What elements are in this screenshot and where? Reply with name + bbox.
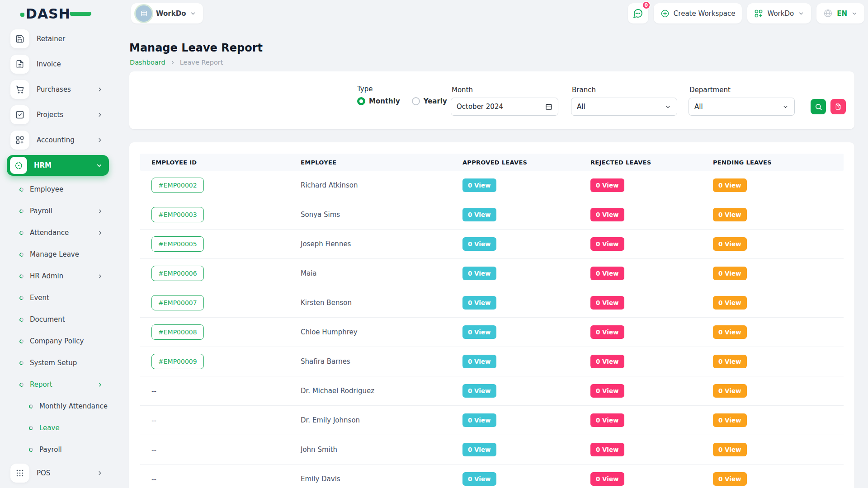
language-selector[interactable]: EN: [816, 3, 864, 23]
rejected-leaves-badge[interactable]: 0 View: [590, 384, 624, 398]
sidebar-item-invoice[interactable]: Invoice: [0, 52, 113, 77]
rejected-leaves-cell: 0 View: [579, 325, 702, 339]
pending-leaves-badge[interactable]: 0 View: [713, 413, 747, 427]
rejected-leaves-badge[interactable]: 0 View: [590, 355, 624, 368]
column-employee-id: EMPLOYEE ID: [140, 159, 289, 166]
topbar: DASH WorkDo 0 Create Workspace WorkDo EN: [0, 0, 868, 26]
sidebar-item-report[interactable]: Report: [0, 374, 113, 395]
pending-leaves-badge[interactable]: 0 View: [713, 208, 747, 221]
branch-select[interactable]: All: [571, 98, 677, 116]
create-workspace-button[interactable]: Create Workspace: [654, 3, 742, 23]
employee-id-badge[interactable]: #EMP00009: [151, 354, 204, 369]
rejected-leaves-cell: 0 View: [579, 178, 702, 192]
reset-filter-button[interactable]: [830, 99, 846, 114]
sidebar-item-document[interactable]: Document: [0, 309, 113, 330]
approved-leaves-badge[interactable]: 0 View: [462, 325, 496, 339]
pending-leaves-badge[interactable]: 0 View: [713, 178, 747, 192]
rejected-leaves-badge[interactable]: 0 View: [590, 296, 624, 310]
employee-name: Joseph Fiennes: [289, 240, 451, 248]
rejected-leaves-badge[interactable]: 0 View: [590, 443, 624, 456]
sidebar-item-accounting[interactable]: Accounting: [0, 127, 113, 153]
rejected-leaves-badge[interactable]: 0 View: [590, 267, 624, 280]
sidebar-item-retainer[interactable]: Retainer: [0, 26, 113, 52]
approved-leaves-badge[interactable]: 0 View: [462, 472, 496, 486]
sidebar-item-payroll[interactable]: Payroll: [0, 200, 113, 222]
rejected-leaves-cell: 0 View: [579, 384, 702, 398]
table-row: #EMP00003 Sonya Sims 0 View 0 View 0 Vie…: [140, 200, 844, 230]
retainer-save-icon: [10, 29, 29, 48]
sidebar-item-company-policy[interactable]: Company Policy: [0, 330, 113, 352]
pending-leaves-badge[interactable]: 0 View: [713, 472, 747, 486]
pending-leaves-cell: 0 View: [702, 296, 844, 310]
employee-id-badge[interactable]: #EMP00007: [151, 295, 204, 310]
breadcrumb-dashboard-link[interactable]: Dashboard: [130, 59, 165, 66]
sidebar-item-event[interactable]: Event: [0, 287, 113, 309]
sidebar-item-leave-report[interactable]: Leave: [0, 417, 113, 439]
approved-leaves-badge[interactable]: 0 View: [462, 208, 496, 221]
search-button[interactable]: [811, 99, 826, 114]
sidebar-item-payroll-report[interactable]: Payroll: [0, 439, 113, 460]
rejected-leaves-badge[interactable]: 0 View: [590, 178, 624, 192]
rejected-leaves-badge[interactable]: 0 View: [590, 413, 624, 427]
branch-value: All: [577, 103, 585, 111]
radio-yearly[interactable]: Yearly: [412, 97, 447, 105]
employee-id-badge[interactable]: #EMP00003: [151, 207, 204, 222]
sidebar-item-label: Retainer: [37, 35, 65, 43]
rejected-leaves-badge[interactable]: 0 View: [590, 208, 624, 221]
approved-leaves-badge[interactable]: 0 View: [462, 384, 496, 398]
sidebar-item-attendance[interactable]: Attendance: [0, 222, 113, 244]
sidebar-item-label: Event: [30, 294, 49, 302]
sidebar-item-hrm[interactable]: HRM: [7, 155, 109, 176]
pending-leaves-badge[interactable]: 0 View: [713, 267, 747, 280]
branch-label: Branch: [572, 86, 596, 94]
pending-leaves-cell: 0 View: [702, 325, 844, 339]
employee-id-badge[interactable]: #EMP00006: [151, 266, 204, 281]
workspace-switcher[interactable]: WorkDo: [131, 3, 203, 23]
dash-logo-text: DASH: [26, 6, 71, 22]
pending-leaves-badge[interactable]: 0 View: [713, 325, 747, 339]
messages-button[interactable]: 0: [628, 3, 648, 23]
sidebar-item-label: Report: [30, 380, 52, 389]
department-select[interactable]: All: [689, 98, 795, 116]
sidebar-item-label: System Setup: [30, 359, 77, 367]
approved-leaves-badge[interactable]: 0 View: [462, 296, 496, 310]
radio-monthly[interactable]: Monthly: [357, 97, 400, 105]
approved-leaves-cell: 0 View: [451, 355, 579, 368]
sidebar-item-pos[interactable]: POS: [0, 460, 113, 486]
sidebar-item-label: Payroll: [30, 207, 52, 215]
employee-name: Dr. Emily Johnson: [289, 416, 451, 424]
pending-leaves-badge[interactable]: 0 View: [713, 296, 747, 310]
pending-leaves-badge[interactable]: 0 View: [713, 443, 747, 456]
employee-id-badge[interactable]: #EMP00008: [151, 324, 204, 340]
workdo-menu-button[interactable]: WorkDo: [747, 3, 811, 23]
sidebar-item-purchases[interactable]: Purchases: [0, 77, 113, 102]
pending-leaves-badge[interactable]: 0 View: [713, 355, 747, 368]
employee-id-badge[interactable]: #EMP00005: [151, 236, 204, 252]
approved-leaves-badge[interactable]: 0 View: [462, 443, 496, 456]
sidebar-item-monthly-attendance[interactable]: Monthly Attendance: [0, 395, 113, 417]
pending-leaves-cell: 0 View: [702, 237, 844, 251]
sidebar-item-manage-leave[interactable]: Manage Leave: [0, 244, 113, 265]
sidebar-item-projects[interactable]: Projects: [0, 102, 113, 127]
approved-leaves-badge[interactable]: 0 View: [462, 267, 496, 280]
approved-leaves-badge[interactable]: 0 View: [462, 178, 496, 192]
sidebar-item-label: HR Admin: [30, 272, 63, 280]
pending-leaves-badge[interactable]: 0 View: [713, 237, 747, 251]
rejected-leaves-badge[interactable]: 0 View: [590, 237, 624, 251]
approved-leaves-badge[interactable]: 0 View: [462, 355, 496, 368]
employee-id-empty: --: [151, 417, 156, 425]
bullet-icon: [19, 317, 24, 322]
radio-monthly-label: Monthly: [369, 97, 400, 105]
approved-leaves-badge[interactable]: 0 View: [462, 413, 496, 427]
month-input[interactable]: October 2024: [451, 98, 558, 116]
rejected-leaves-badge[interactable]: 0 View: [590, 472, 624, 486]
search-icon: [815, 103, 822, 111]
employee-id-badge[interactable]: #EMP00002: [151, 178, 204, 193]
sidebar-item-system-setup[interactable]: System Setup: [0, 352, 113, 374]
employee-name: Dr. Michael Rodriguez: [289, 387, 451, 395]
rejected-leaves-badge[interactable]: 0 View: [590, 325, 624, 339]
pending-leaves-badge[interactable]: 0 View: [713, 384, 747, 398]
sidebar-item-hr-admin[interactable]: HR Admin: [0, 265, 113, 287]
sidebar-item-employee[interactable]: Employee: [0, 178, 113, 200]
approved-leaves-badge[interactable]: 0 View: [462, 237, 496, 251]
